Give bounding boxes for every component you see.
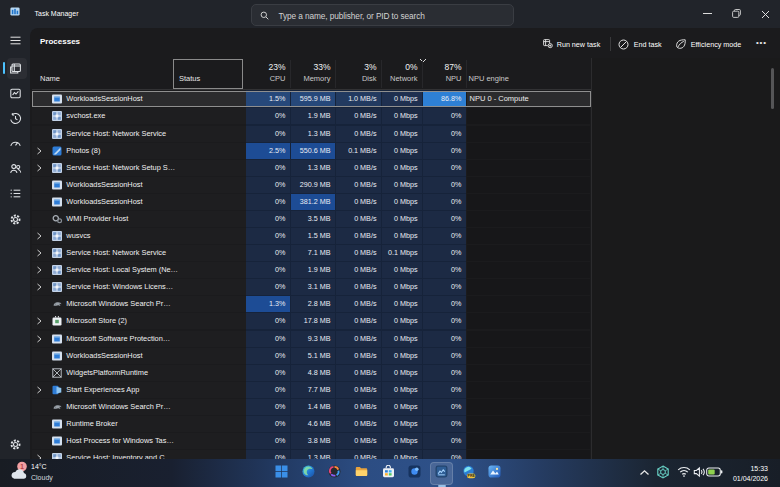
svg-text:1: 1 <box>20 463 24 470</box>
svg-text:PRE: PRE <box>467 474 475 478</box>
